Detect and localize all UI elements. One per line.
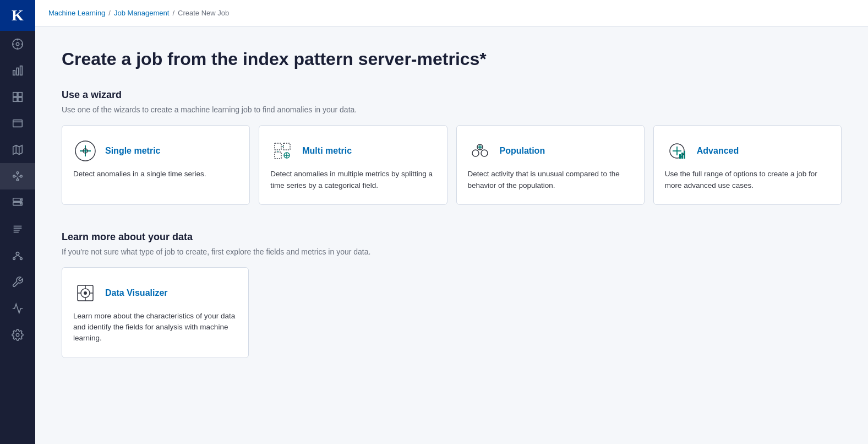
breadcrumb-job-management[interactable]: Job Management [114, 9, 169, 17]
single-metric-body: Detect anomalies in a single time series… [73, 169, 238, 180]
svg-point-39 [16, 333, 19, 337]
learn-section-title: Learn more about your data [62, 231, 842, 243]
svg-rect-46 [275, 152, 281, 159]
advanced-card[interactable]: Advanced Use the full range of options t… [653, 125, 842, 205]
sidebar-item-dev-tools[interactable] [0, 269, 35, 295]
population-icon [468, 139, 492, 163]
single-metric-card[interactable]: Single metric Detect anomalies in a sing… [62, 125, 250, 205]
svg-rect-61 [681, 153, 683, 159]
svg-rect-11 [13, 98, 17, 101]
advanced-icon [665, 139, 689, 163]
svg-point-28 [20, 199, 21, 201]
single-metric-title: Single metric [105, 146, 160, 156]
single-metric-icon [73, 139, 97, 163]
svg-point-53 [481, 150, 488, 156]
svg-point-34 [16, 252, 19, 256]
wizard-section-desc: Use one of the wizards to create a machi… [62, 105, 842, 114]
learn-section-desc: If you're not sure what type of job to c… [62, 247, 842, 256]
svg-point-19 [17, 172, 19, 174]
svg-rect-62 [684, 151, 685, 159]
data-visualizer-icon [73, 281, 97, 305]
svg-rect-7 [17, 68, 19, 75]
sidebar-item-maps[interactable] [0, 137, 35, 163]
svg-point-1 [16, 42, 19, 46]
svg-rect-60 [679, 154, 681, 159]
logo[interactable]: K [0, 0, 35, 31]
svg-marker-15 [13, 145, 23, 155]
population-body: Detect activity that is unusual compared… [468, 169, 633, 191]
advanced-title: Advanced [697, 146, 739, 156]
population-title: Population [500, 146, 545, 156]
multi-metric-header: Multi metric [270, 139, 435, 163]
breadcrumb-sep-2: / [172, 9, 174, 17]
wizard-cards-row: Single metric Detect anomalies in a sing… [62, 125, 842, 205]
page-title: Create a job from the index pattern serv… [62, 48, 842, 69]
svg-rect-10 [18, 93, 22, 96]
breadcrumb: Machine Learning / Job Management / Crea… [48, 9, 229, 17]
svg-point-20 [20, 175, 23, 177]
svg-rect-13 [13, 120, 23, 127]
svg-rect-6 [13, 71, 15, 75]
multi-metric-title: Multi metric [302, 146, 352, 156]
sidebar-item-dashboard[interactable] [0, 84, 35, 110]
svg-rect-8 [20, 66, 23, 75]
logo-letter: K [12, 7, 24, 24]
main-content: Machine Learning / Job Management / Crea… [35, 0, 868, 444]
svg-line-37 [14, 255, 18, 258]
svg-point-52 [472, 150, 479, 156]
sidebar-item-discover[interactable] [0, 31, 35, 57]
population-card[interactable]: Population Detect activity that is unusu… [456, 125, 645, 205]
svg-point-18 [13, 175, 15, 177]
breadcrumb-ml[interactable]: Machine Learning [48, 9, 105, 17]
data-visualizer-card[interactable]: Data Visualizer Learn more about the cha… [62, 267, 249, 358]
svg-point-69 [84, 291, 87, 295]
sidebar-item-uptime[interactable] [0, 295, 35, 322]
svg-line-38 [18, 255, 21, 258]
wizard-section-title: Use a wizard [62, 89, 842, 101]
advanced-body: Use the full range of options to create … [665, 169, 830, 191]
sidebar: K [0, 0, 35, 444]
multi-metric-icon [270, 139, 294, 163]
svg-point-0 [13, 39, 23, 49]
svg-point-29 [20, 203, 21, 204]
advanced-header: Advanced [665, 139, 830, 163]
sidebar-item-canvas[interactable] [0, 110, 35, 137]
multi-metric-card[interactable]: Multi metric Detect anomalies in multipl… [259, 125, 447, 205]
svg-point-36 [20, 258, 23, 260]
sidebar-item-visualize[interactable] [0, 57, 35, 84]
population-header: Population [468, 139, 633, 163]
content-area: Create a job from the index pattern serv… [35, 26, 868, 444]
svg-rect-45 [283, 143, 290, 150]
svg-rect-12 [18, 98, 22, 101]
svg-point-35 [13, 258, 15, 260]
topbar: Machine Learning / Job Management / Crea… [35, 0, 868, 26]
data-visualizer-header: Data Visualizer [73, 281, 237, 305]
sidebar-item-management[interactable] [0, 322, 35, 348]
data-visualizer-title: Data Visualizer [105, 288, 168, 298]
breadcrumb-current: Create New Job [178, 9, 229, 17]
learn-cards-row: Data Visualizer Learn more about the cha… [62, 267, 842, 358]
svg-rect-9 [13, 93, 17, 96]
svg-rect-44 [275, 143, 281, 150]
data-visualizer-body: Learn more about the characteristics of … [73, 311, 237, 344]
multi-metric-body: Detect anomalies in multiple metrics by … [270, 169, 435, 191]
sidebar-item-ml[interactable] [0, 163, 35, 189]
single-metric-header: Single metric [73, 139, 238, 163]
breadcrumb-sep-1: / [108, 9, 111, 17]
sidebar-item-logs[interactable] [0, 216, 35, 242]
sidebar-item-infrastructure[interactable] [0, 189, 35, 216]
sidebar-item-apm[interactable] [0, 242, 35, 269]
svg-point-21 [17, 179, 19, 181]
